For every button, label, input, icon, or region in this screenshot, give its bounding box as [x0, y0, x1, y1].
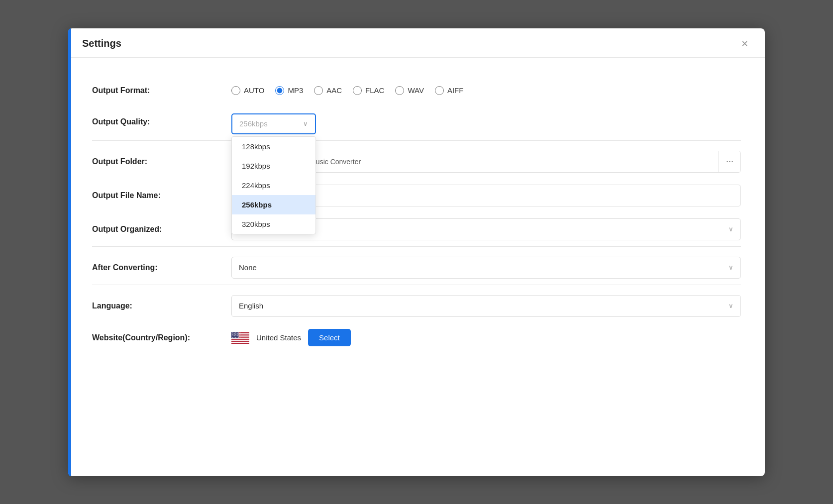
after-converting-label: After Converting: — [92, 263, 231, 272]
svg-rect-6 — [231, 342, 249, 343]
format-flac-label: FLAC — [365, 86, 384, 95]
format-wav-radio[interactable] — [395, 86, 404, 95]
output-filename-label: Output File Name: — [92, 191, 231, 200]
close-button[interactable]: × — [738, 37, 751, 50]
country-row: ★★★★★★ ★★★★★ ★★★★★★ ★★★★★ ★★★★★★ United … — [231, 329, 351, 346]
dialog-header: Settings × — [68, 28, 765, 58]
format-aiff[interactable]: AIFF — [435, 86, 464, 95]
after-converting-content: None ∨ — [231, 257, 741, 279]
quality-dropdown-button[interactable]: 256kbps ∨ — [231, 113, 316, 134]
quality-option-128[interactable]: 128kbps — [232, 137, 315, 156]
website-country-content: ★★★★★★ ★★★★★ ★★★★★★ ★★★★★ ★★★★★★ United … — [231, 329, 741, 346]
format-mp3-radio[interactable] — [275, 86, 284, 95]
language-row: Language: English ∨ — [92, 289, 741, 323]
output-format-content: AUTO MP3 AAC FLAC — [231, 86, 741, 95]
format-aiff-radio[interactable] — [435, 86, 444, 95]
website-country-label: Website(Country/Region): — [92, 333, 231, 342]
output-format-radio-group: AUTO MP3 AAC FLAC — [231, 86, 463, 95]
format-wav-label: WAV — [408, 86, 424, 95]
format-mp3-label: MP3 — [288, 86, 303, 95]
format-mp3[interactable]: MP3 — [275, 86, 303, 95]
output-filename-row: Output File Name: — [92, 179, 741, 212]
quality-option-192[interactable]: 192kbps — [232, 156, 315, 176]
quality-option-224[interactable]: 224kbps — [232, 176, 315, 195]
format-aac[interactable]: AAC — [314, 86, 342, 95]
quality-dropdown-wrapper: 256kbps ∨ 128kbps 192kbps 224kbps 256kbp… — [231, 113, 316, 134]
after-converting-select[interactable]: None ∨ — [231, 257, 741, 279]
website-country-row: Website(Country/Region): — [92, 323, 741, 353]
language-chevron-icon: ∨ — [729, 302, 733, 309]
language-select[interactable]: English ∨ — [231, 295, 741, 317]
country-name: United States — [256, 333, 301, 342]
output-organized-label: Output Organized: — [92, 225, 231, 234]
format-aac-radio[interactable] — [314, 86, 323, 95]
folder-dots-button[interactable]: ··· — [719, 151, 740, 172]
language-content: English ∨ — [231, 295, 741, 317]
after-converting-value: None — [239, 263, 257, 272]
format-wav[interactable]: WAV — [395, 86, 424, 95]
format-aac-label: AAC — [326, 86, 342, 95]
quality-chevron-icon: ∨ — [303, 120, 308, 127]
output-organized-chevron-icon: ∨ — [729, 225, 733, 233]
format-auto-label: AUTO — [244, 86, 264, 95]
format-aiff-label: AIFF — [447, 86, 464, 95]
output-quality-label: Output Quality: — [92, 113, 231, 126]
quality-option-256[interactable]: 256kbps — [232, 195, 315, 214]
svg-rect-5 — [231, 340, 249, 341]
output-quality-row: Output Quality: 256kbps ∨ 128kbps 192kbp… — [92, 105, 741, 141]
format-auto-radio[interactable] — [231, 86, 240, 95]
language-label: Language: — [92, 302, 231, 310]
output-format-label: Output Format: — [92, 86, 231, 95]
format-auto[interactable]: AUTO — [231, 86, 264, 95]
quality-dropdown-menu: 128kbps 192kbps 224kbps 256kbps 320kbps — [231, 136, 316, 234]
settings-dialog: Settings × Output Format: AUTO MP3 — [68, 28, 765, 476]
after-converting-chevron-icon: ∨ — [729, 264, 733, 271]
output-organized-row: Output Organized: ∨ — [92, 212, 741, 247]
output-folder-label: Output Folder: — [92, 157, 231, 166]
left-accent — [68, 28, 71, 476]
svg-rect-4 — [231, 338, 249, 339]
dialog-body: Output Format: AUTO MP3 AAC — [68, 58, 765, 476]
language-value: English — [239, 302, 263, 310]
after-converting-row: After Converting: None ∨ — [92, 251, 741, 285]
output-format-row: Output Format: AUTO MP3 AAC — [92, 76, 741, 105]
output-folder-row: Output Folder: ents\Ukeysoft Amazon Musi… — [92, 145, 741, 179]
us-flag-icon: ★★★★★★ ★★★★★ ★★★★★★ ★★★★★ ★★★★★★ — [231, 332, 249, 344]
svg-text:★★★★★★: ★★★★★★ — [232, 336, 241, 338]
format-flac-radio[interactable] — [353, 86, 362, 95]
quality-option-320[interactable]: 320kbps — [232, 214, 315, 234]
output-quality-content: 256kbps ∨ 128kbps 192kbps 224kbps 256kbp… — [231, 113, 741, 134]
dialog-title: Settings — [82, 38, 121, 49]
format-flac[interactable]: FLAC — [353, 86, 384, 95]
quality-current-value: 256kbps — [239, 119, 268, 128]
select-country-button[interactable]: Select — [308, 329, 351, 346]
